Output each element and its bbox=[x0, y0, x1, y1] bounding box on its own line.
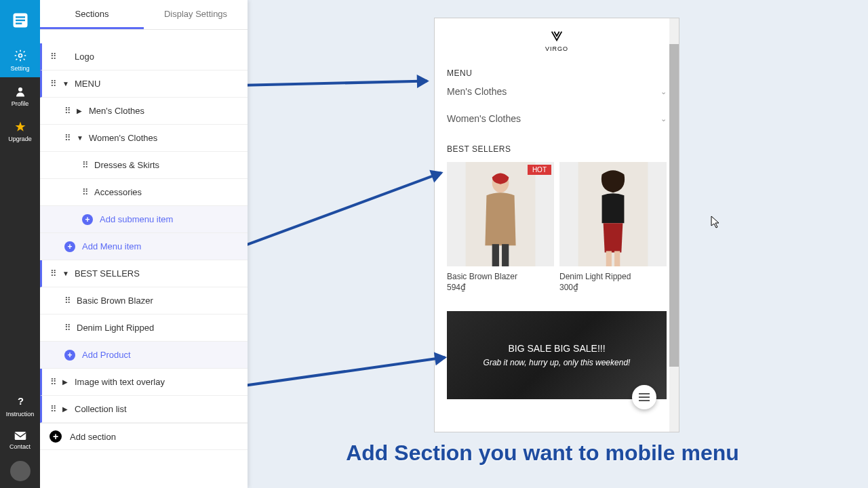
drag-icon[interactable]: ⠿ bbox=[64, 296, 71, 306]
caret-right-icon[interactable]: ▶ bbox=[62, 405, 69, 413]
drag-icon[interactable]: ⠿ bbox=[50, 79, 57, 89]
drag-icon[interactable]: ⠿ bbox=[82, 160, 89, 170]
drag-icon[interactable]: ⠿ bbox=[50, 404, 57, 414]
banner-subtitle: Grab it now, hurry up, only this weekend… bbox=[484, 358, 631, 367]
plus-icon: + bbox=[82, 214, 93, 225]
sections-panel: Sections Display Settings ⠿Logo ⠿▼MENU ⠿… bbox=[40, 0, 248, 488]
tree-label: Add section bbox=[70, 432, 116, 442]
tree-label: Men's Clothes bbox=[89, 106, 144, 116]
app-logo[interactable] bbox=[0, 0, 40, 41]
plus-icon: + bbox=[50, 430, 62, 443]
svg-point-4 bbox=[18, 54, 22, 58]
tree-label: Basic Brown Blazer bbox=[77, 296, 153, 306]
gear-icon bbox=[14, 49, 27, 62]
drag-icon[interactable]: ⠿ bbox=[50, 268, 57, 279]
tree-item-collection-list[interactable]: ⠿▶Collection list bbox=[40, 396, 248, 423]
svg-rect-15 bbox=[614, 251, 620, 266]
preview-menu-heading: MENU bbox=[447, 68, 667, 78]
svg-rect-11 bbox=[502, 244, 509, 266]
tree-item-prod1[interactable]: ⠿Basic Brown Blazer bbox=[40, 287, 248, 314]
drag-icon[interactable]: ⠿ bbox=[50, 52, 57, 62]
menu-label: Women's Clothes bbox=[447, 113, 521, 124]
drag-icon[interactable]: ⠿ bbox=[64, 323, 71, 333]
tree-item-image-overlay[interactable]: ⠿▶Image with text overlay bbox=[40, 369, 248, 396]
product-image bbox=[559, 162, 667, 266]
tree-item-prod2[interactable]: ⠿Denim Light Ripped bbox=[40, 314, 248, 342]
brand-icon bbox=[549, 29, 564, 44]
sidebar-label-instruction: Instruction bbox=[6, 411, 35, 418]
product-card[interactable]: Denim Light Ripped 300₫ bbox=[559, 162, 667, 292]
preview-menu-womens[interactable]: Women's Clothes⌄ bbox=[447, 105, 667, 132]
app-sidebar: Setting Profile Upgrade ? Instruction Co… bbox=[0, 0, 40, 488]
svg-rect-2 bbox=[16, 20, 25, 21]
preview-scrollbar[interactable] bbox=[669, 44, 679, 367]
sidebar-item-profile[interactable]: Profile bbox=[0, 77, 40, 113]
tree-item-womens[interactable]: ⠿▼Women's Clothes bbox=[40, 125, 248, 152]
preview-banner[interactable]: BIG SALE BIG SALE!!! Grab it now, hurry … bbox=[447, 311, 667, 399]
document-icon bbox=[11, 11, 30, 30]
sidebar-label-contact: Contact bbox=[9, 443, 31, 450]
product-card[interactable]: HOT Basic Brown Blazer 594₫ bbox=[447, 162, 554, 292]
tree-item-logo[interactable]: ⠿Logo bbox=[40, 43, 248, 70]
tree-label: Accessories bbox=[94, 187, 142, 197]
add-menu-item[interactable]: +Add Menu item bbox=[40, 233, 248, 260]
svg-rect-3 bbox=[16, 23, 22, 24]
tree-item-mens[interactable]: ⠿▶Men's Clothes bbox=[40, 98, 248, 125]
star-icon bbox=[14, 121, 26, 133]
tree-label: BEST SELLERS bbox=[75, 268, 140, 279]
caret-down-icon[interactable]: ▼ bbox=[62, 80, 69, 87]
sidebar-label-profile: Profile bbox=[12, 100, 29, 107]
tree-label: Add Menu item bbox=[82, 241, 141, 251]
avatar[interactable] bbox=[10, 461, 31, 481]
drag-icon[interactable]: ⠿ bbox=[50, 377, 57, 387]
product-image: HOT bbox=[447, 162, 554, 266]
hamburger-fab[interactable] bbox=[632, 385, 656, 409]
tree-label: Image with text overlay bbox=[75, 377, 165, 387]
tree-item-best-sellers[interactable]: ⠿▼BEST SELLERS bbox=[40, 260, 248, 287]
annotation-caption: Add Section you want to mobile menu bbox=[248, 441, 837, 466]
tree-label: Logo bbox=[75, 52, 94, 62]
chevron-down-icon: ⌄ bbox=[660, 87, 667, 96]
add-submenu-item[interactable]: +Add submenu item bbox=[40, 206, 248, 233]
question-icon: ? bbox=[15, 394, 26, 408]
tree-item-menu[interactable]: ⠿▼MENU bbox=[40, 70, 248, 98]
caret-down-icon[interactable]: ▼ bbox=[62, 270, 69, 277]
person-icon bbox=[14, 85, 26, 98]
plus-icon: + bbox=[64, 241, 75, 252]
tree-label: Women's Clothes bbox=[89, 133, 157, 143]
preview-logo: VIRGO bbox=[447, 25, 667, 56]
tree-item-dresses[interactable]: ⠿Dresses & Skirts bbox=[40, 152, 248, 179]
tab-sections[interactable]: Sections bbox=[40, 0, 144, 29]
tab-display-settings[interactable]: Display Settings bbox=[144, 0, 248, 29]
banner-title: BIG SALE BIG SALE!!! bbox=[508, 343, 605, 354]
sidebar-item-setting[interactable]: Setting bbox=[0, 41, 40, 77]
svg-rect-14 bbox=[606, 251, 612, 266]
hamburger-icon bbox=[639, 396, 650, 398]
drag-icon[interactable]: ⠿ bbox=[82, 187, 89, 197]
drag-icon[interactable]: ⠿ bbox=[64, 106, 71, 116]
sidebar-label-upgrade: Upgrade bbox=[8, 136, 32, 142]
product-price: 594₫ bbox=[447, 283, 554, 292]
brand-text: VIRGO bbox=[545, 45, 568, 52]
caret-down-icon[interactable]: ▼ bbox=[77, 134, 83, 142]
tree-label: Denim Light Ripped bbox=[77, 323, 154, 333]
svg-point-5 bbox=[18, 87, 22, 92]
add-section[interactable]: +Add section bbox=[40, 423, 248, 450]
sidebar-item-upgrade[interactable]: Upgrade bbox=[0, 113, 40, 148]
mail-icon bbox=[14, 431, 26, 441]
svg-rect-10 bbox=[492, 244, 499, 266]
product-name: Basic Brown Blazer bbox=[447, 272, 554, 281]
tree-item-accessories[interactable]: ⠿Accessories bbox=[40, 179, 248, 206]
sidebar-item-instruction[interactable]: ? Instruction bbox=[0, 386, 40, 423]
tree-label: Add submenu item bbox=[100, 214, 173, 224]
product-name: Denim Light Ripped bbox=[559, 272, 667, 281]
add-product[interactable]: +Add Product bbox=[40, 342, 248, 369]
caret-right-icon[interactable]: ▶ bbox=[62, 378, 69, 386]
caret-right-icon[interactable]: ▶ bbox=[77, 107, 83, 115]
drag-icon[interactable]: ⠿ bbox=[64, 133, 71, 143]
svg-text:?: ? bbox=[18, 396, 24, 407]
cursor-icon bbox=[711, 216, 722, 229]
svg-rect-7 bbox=[14, 432, 26, 440]
sidebar-item-contact[interactable]: Contact bbox=[0, 423, 40, 455]
preview-menu-mens[interactable]: Men's Clothes⌄ bbox=[447, 78, 667, 105]
